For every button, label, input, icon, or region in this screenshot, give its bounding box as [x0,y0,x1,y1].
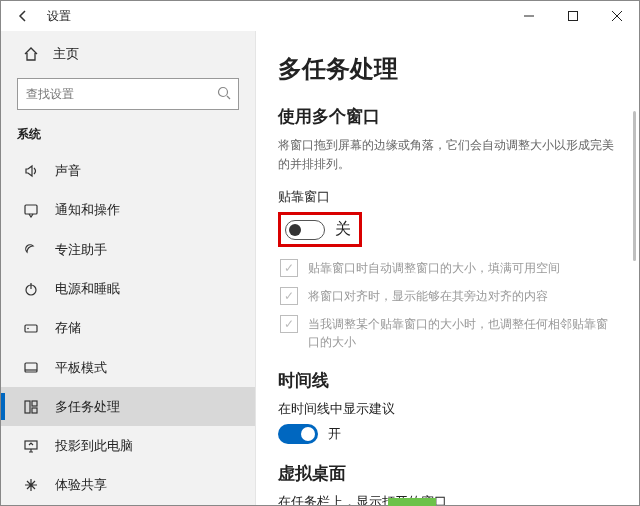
minimize-button[interactable] [507,1,551,31]
focus-icon [23,242,39,258]
nav-power[interactable]: 电源和睡眠 [1,269,255,308]
check-label: 贴靠窗口时自动调整窗口的大小，填满可用空间 [308,259,560,277]
check-label: 将窗口对齐时，显示能够在其旁边对齐的内容 [308,287,548,305]
home-link[interactable]: 主页 [1,37,255,70]
svg-rect-6 [25,205,37,214]
nav-label: 多任务处理 [55,398,120,416]
settings-window: 设置 主页 系统 声音 [0,0,640,506]
highlight-box: 关 [278,212,362,247]
sidebar: 主页 系统 声音 通知和操作 专注助 [1,31,256,505]
checkbox-icon[interactable]: ✓ [280,287,298,305]
sound-icon [23,163,39,179]
home-label: 主页 [53,45,79,63]
section-timeline: 时间线 [278,369,619,392]
nav-multitask[interactable]: 多任务处理 [1,387,255,426]
svg-rect-9 [25,325,37,332]
nav-tablet[interactable]: 平板模式 [1,348,255,387]
svg-rect-11 [25,363,37,372]
nav-storage[interactable]: 存储 [1,309,255,348]
svg-point-10 [27,328,29,330]
page-heading: 多任务处理 [278,53,619,85]
timeline-state: 开 [328,425,341,443]
svg-rect-15 [32,408,37,413]
titlebar: 设置 [1,1,639,31]
maximize-button[interactable] [551,1,595,31]
svg-rect-14 [32,401,37,406]
tablet-icon [23,360,39,376]
nav-label: 电源和睡眠 [55,280,120,298]
svg-line-5 [227,96,230,99]
snap-state: 关 [335,219,351,240]
scrollbar-thumb[interactable] [633,111,636,261]
snap-toggle[interactable] [285,220,325,240]
window-title: 设置 [47,8,71,25]
nav-shared[interactable]: 体验共享 [1,466,255,505]
nav-label: 平板模式 [55,359,107,377]
nav-label: 体验共享 [55,476,107,494]
check-label: 当我调整某个贴靠窗口的大小时，也调整任何相邻贴靠窗口的大小 [308,315,619,351]
home-icon [23,46,39,62]
snap-option-2: ✓ 将窗口对齐时，显示能够在其旁边对齐的内容 [280,287,619,305]
storage-icon [23,320,39,336]
timeline-label: 在时间线中显示建议 [278,400,619,418]
nav-label: 专注助手 [55,241,107,259]
nav-label: 声音 [55,162,81,180]
checkbox-icon[interactable]: ✓ [280,259,298,277]
svg-point-4 [219,88,228,97]
nav-label: 投影到此电脑 [55,437,133,455]
group-title: 系统 [1,120,255,151]
window-controls [507,1,639,31]
content-area: 多任务处理 使用多个窗口 将窗口拖到屏幕的边缘或角落，它们会自动调整大小以形成完… [256,31,639,505]
bottom-accent [388,498,436,506]
vd-label: 在任务栏上，显示打开的窗口 [278,493,619,505]
search-box[interactable] [17,78,239,110]
nav-notifications[interactable]: 通知和操作 [1,191,255,230]
nav-project[interactable]: 投影到此电脑 [1,426,255,465]
project-icon [23,438,39,454]
svg-rect-13 [25,401,30,413]
search-input[interactable] [17,78,239,110]
timeline-toggle[interactable] [278,424,318,444]
notifications-icon [23,202,39,218]
shared-icon [23,477,39,493]
snap-option-3: ✓ 当我调整某个贴靠窗口的大小时，也调整任何相邻贴靠窗口的大小 [280,315,619,351]
snap-option-1: ✓ 贴靠窗口时自动调整窗口的大小，填满可用空间 [280,259,619,277]
snap-label: 贴靠窗口 [278,188,619,206]
search-icon [217,86,231,100]
section-multiple-windows: 使用多个窗口 [278,105,619,128]
nav-label: 存储 [55,319,81,337]
power-icon [23,281,39,297]
back-button[interactable] [11,4,35,28]
nav-label: 通知和操作 [55,201,120,219]
close-button[interactable] [595,1,639,31]
nav-sound[interactable]: 声音 [1,151,255,190]
checkbox-icon[interactable]: ✓ [280,315,298,333]
multitask-icon [23,399,39,415]
nav-focus[interactable]: 专注助手 [1,230,255,269]
section-virtual-desktops: 虚拟桌面 [278,462,619,485]
section-desc: 将窗口拖到屏幕的边缘或角落，它们会自动调整大小以形成完美的并排排列。 [278,136,619,174]
svg-rect-1 [569,12,578,21]
